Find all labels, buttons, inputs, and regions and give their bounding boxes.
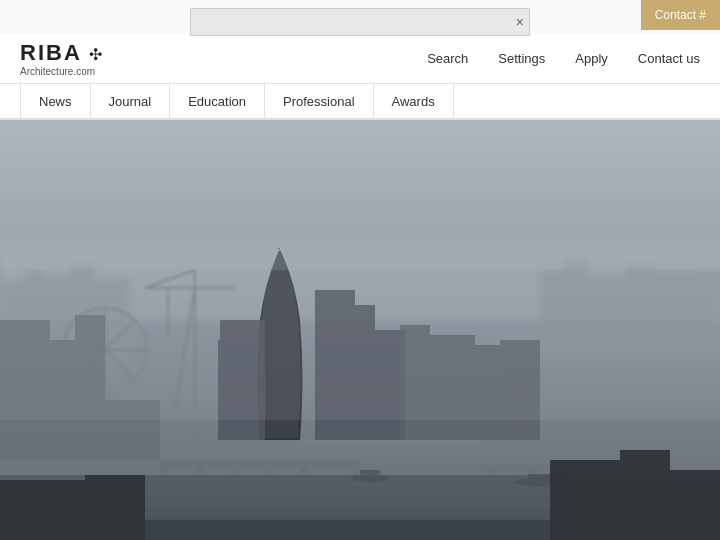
svg-point-63 <box>352 474 388 482</box>
svg-rect-64 <box>360 470 380 474</box>
header-nav: Search Settings Apply Contact us <box>427 51 700 66</box>
svg-rect-66 <box>528 474 552 480</box>
search-input[interactable] <box>190 8 530 36</box>
svg-rect-69 <box>620 450 670 540</box>
contact-badge[interactable]: Contact # <box>641 0 720 30</box>
svg-rect-74 <box>0 120 720 270</box>
search-bar-overlay: × <box>0 0 720 44</box>
header-nav-settings[interactable]: Settings <box>498 51 545 66</box>
svg-rect-68 <box>550 460 630 540</box>
main-nav: News Journal Education Professional Awar… <box>0 84 720 120</box>
svg-rect-45 <box>160 460 360 468</box>
logo-sub: Architecture.com <box>20 66 95 77</box>
header-nav-contact[interactable]: Contact us <box>638 51 700 66</box>
nav-professional[interactable]: Professional <box>265 83 374 119</box>
nav-awards[interactable]: Awards <box>374 83 454 119</box>
hero-background <box>0 120 720 540</box>
logo-icon: ✣ <box>89 46 102 63</box>
contact-badge-label: Contact # <box>655 8 706 22</box>
nav-journal[interactable]: Journal <box>91 83 171 119</box>
hero-area <box>0 120 720 540</box>
header-nav-search[interactable]: Search <box>427 51 468 66</box>
header-nav-apply[interactable]: Apply <box>575 51 608 66</box>
search-close-button[interactable]: × <box>516 15 524 29</box>
svg-rect-71 <box>0 480 90 540</box>
nav-news[interactable]: News <box>20 83 91 119</box>
logo-area: RIBA ✣ Architecture.com <box>20 40 102 77</box>
nav-education[interactable]: Education <box>170 83 265 119</box>
svg-rect-72 <box>85 475 145 540</box>
svg-rect-70 <box>665 470 720 540</box>
hero-skyline-svg <box>0 120 720 540</box>
search-input-wrapper: × <box>190 8 530 36</box>
svg-rect-52 <box>300 440 480 446</box>
